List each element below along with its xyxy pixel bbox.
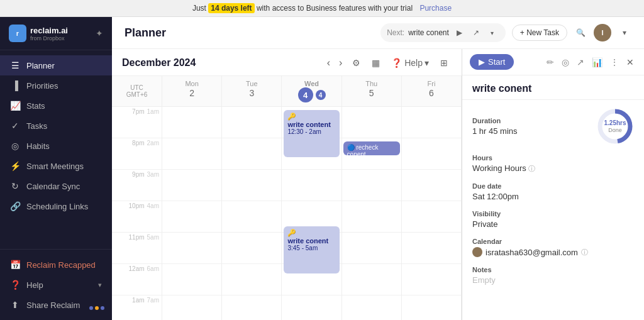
thu-hour-5 <box>342 233 401 264</box>
time-7pm: 7pm1am <box>112 107 162 138</box>
sidebar-item-reclaim-recapped-label: Reclaim Recapped <box>26 260 96 270</box>
chart-button[interactable]: 📊 <box>589 55 605 69</box>
sidebar-item-calendar-sync[interactable]: ↻ Calendar Sync <box>0 176 112 196</box>
logo-name: reclaim.ai <box>30 26 68 35</box>
donut-chart: 1.25hrs Done <box>596 108 634 145</box>
tue-hour-1 <box>222 107 281 138</box>
external-link-button[interactable]: ↗ <box>469 26 483 40</box>
timezone-header: UTC GMT+6 <box>112 76 162 106</box>
new-task-button[interactable]: + New Task <box>512 25 567 41</box>
sidebar-item-scheduling-links[interactable]: 🔗 Scheduling Links <box>0 196 112 216</box>
search-button[interactable]: 🔍 <box>574 26 587 40</box>
duration-value: 1 hr 45 mins <box>472 126 518 136</box>
sidebar-item-smart-meetings-label: Smart Meetings <box>26 162 84 171</box>
sidebar-item-tasks[interactable]: ✓ Tasks <box>0 116 112 136</box>
sidebar-item-stats[interactable]: 📈 Stats <box>0 96 112 116</box>
layout-button[interactable]: ⊞ <box>436 55 452 70</box>
pin-icon[interactable]: ✦ <box>96 28 103 38</box>
day-header-fri: Fri 6 <box>402 76 462 106</box>
event-icon3: 🔵 <box>347 144 355 151</box>
next-month-button[interactable]: › <box>336 56 345 70</box>
page-title: Planner <box>125 26 166 40</box>
mon-hour-2 <box>162 138 221 170</box>
avatar[interactable]: I <box>594 24 611 41</box>
check-circle-button[interactable]: ◎ <box>559 55 572 69</box>
thu-label: Thu <box>345 80 399 87</box>
next-label: Next: <box>387 28 404 37</box>
calendar-grid-button[interactable]: ▦ <box>368 55 384 70</box>
event-title2: write conent <box>287 237 335 245</box>
avatar-chevron[interactable]: ▾ <box>618 26 631 40</box>
tue-hour-4 <box>222 201 281 233</box>
mon-label: Mon <box>165 80 219 87</box>
duration-row: Duration 1 hr 45 mins 1.25hrs <box>472 108 634 145</box>
help-question-button[interactable]: ❓ Help ▾ <box>387 55 433 70</box>
day-col-fri <box>402 107 462 320</box>
mon-hour-3 <box>162 170 221 201</box>
prev-month-button[interactable]: ‹ <box>325 56 333 70</box>
logo-text: reclaim.ai from Dropbox <box>30 26 68 41</box>
day-col-mon <box>162 107 222 320</box>
fri-num: 6 <box>404 88 458 98</box>
time-10pm: 10pm4am <box>112 201 162 233</box>
purchase-link[interactable]: Purchase <box>419 4 452 13</box>
close-panel-button[interactable]: ✕ <box>624 55 636 69</box>
fri-hour-4 <box>402 201 461 233</box>
header-right: Next: write conent ▶ ↗ ▾ + New Task 🔍 I … <box>380 23 631 42</box>
tue-hour-2 <box>222 138 281 170</box>
play-button[interactable]: ▶ <box>453 26 467 40</box>
banner-text-after: with access to Business features with yo… <box>257 4 413 13</box>
fri-hour-1 <box>402 107 461 138</box>
calendar-controls: ‹ › ⚙ ▦ ❓ Help ▾ ⊞ <box>325 55 452 70</box>
edit-button[interactable]: ✏ <box>544 55 557 69</box>
external-open-button[interactable]: ↗ <box>574 55 587 69</box>
sidebar-item-reclaim-recapped[interactable]: 📅 Reclaim Recapped <box>0 255 112 275</box>
due-date-label: Due date <box>472 182 634 190</box>
thu-hour-7 <box>342 295 401 320</box>
more-button[interactable]: ⋮ <box>608 55 621 69</box>
calendar-grid: UTC GMT+6 Mon 2 Tue 3 <box>112 76 462 320</box>
sidebar-item-help[interactable]: ❓ Help ▾ <box>0 275 112 295</box>
mon-hour-4 <box>162 201 221 233</box>
sidebar-item-share-reclaim[interactable]: ⬆ Share Reclaim <box>0 295 112 315</box>
logo-icon: r <box>9 25 26 42</box>
sidebar-item-planner[interactable]: ☰ Planner <box>0 55 112 75</box>
time-11pm: 11pm5am <box>112 233 162 264</box>
duration-info: Duration 1 hr 45 mins <box>472 117 518 136</box>
mon-hour-7 <box>162 295 221 320</box>
sidebar-item-habits[interactable]: ◎ Habits <box>0 136 112 156</box>
day-header-mon: Mon 2 <box>162 76 222 106</box>
day-header-thu: Thu 5 <box>342 76 402 106</box>
mon-hour-5 <box>162 233 221 264</box>
sidebar-item-priorities[interactable]: ▐ Priorities <box>0 75 112 96</box>
thu-num: 5 <box>345 88 399 98</box>
tue-hour-3 <box>222 170 281 201</box>
sidebar-item-smart-meetings[interactable]: ⚡ Smart Meetings <box>0 156 112 176</box>
next-task-chevron[interactable]: ▾ <box>486 26 499 40</box>
main-header: Planner Next: write conent ▶ ↗ ▾ + New T… <box>112 17 644 49</box>
calendar-avatar <box>472 247 482 257</box>
calendar-settings-button[interactable]: ⚙ <box>348 55 364 70</box>
sidebar-item-priorities-label: Priorities <box>26 81 58 91</box>
help-icon: ❓ <box>10 280 20 290</box>
event-write-content-1[interactable]: 🔑 write content 12:30 - 2am <box>284 110 339 157</box>
visibility-value: Private <box>472 219 634 229</box>
fri-hour-5 <box>402 233 461 264</box>
calendar-month: December 2024 <box>122 57 196 69</box>
fri-hour-3 <box>402 170 461 201</box>
tue-label: Tue <box>225 80 279 87</box>
notes-field: Notes Empty <box>472 266 634 285</box>
thu-hour-6 <box>342 264 401 295</box>
event-recheck[interactable]: 🔵 recheck conent <box>343 141 400 155</box>
hours-value-text: Working Hours <box>472 163 526 173</box>
start-play-icon: ▶ <box>479 57 485 67</box>
calendar-field-label: Calendar <box>472 238 634 245</box>
tasks-icon: ✓ <box>10 121 20 131</box>
sidebar-item-share-reclaim-label: Share Reclaim <box>26 301 80 310</box>
duration-label: Duration <box>472 117 518 124</box>
event-write-conent-2[interactable]: 🔑 write conent 3:45 - 5am <box>284 226 339 273</box>
share-icon: ⬆ <box>10 300 20 310</box>
sidebar-item-help-label: Help <box>26 280 43 290</box>
days-grid: 🔑 write content 12:30 - 2am 🔑 write cone… <box>162 107 462 320</box>
start-button[interactable]: ▶ Start <box>470 54 514 70</box>
